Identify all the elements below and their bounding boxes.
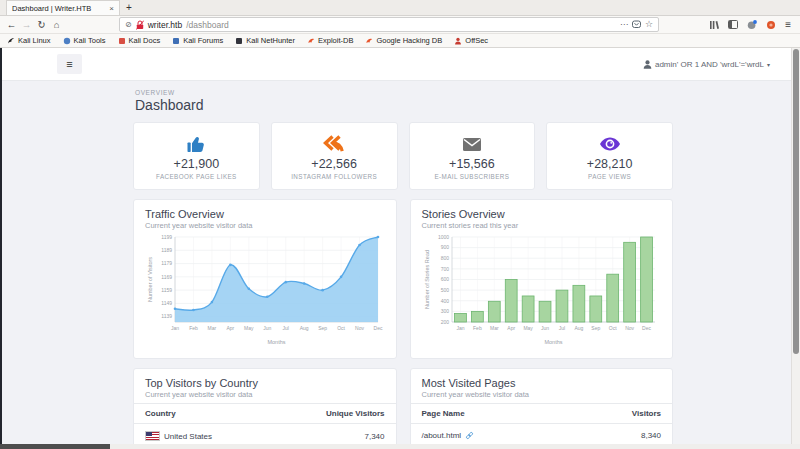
panel-subtitle: Current stories read this year <box>422 221 662 230</box>
extension-icon[interactable] <box>747 20 757 30</box>
link-icon[interactable] <box>465 431 474 440</box>
svg-text:400: 400 <box>440 298 449 304</box>
extension-icon-2[interactable] <box>766 20 776 30</box>
svg-text:Jan: Jan <box>171 325 179 331</box>
stat-value: +22,566 <box>311 157 357 171</box>
svg-text:Jan: Jan <box>456 325 464 331</box>
panel-subtitle: Current year website visitor data <box>422 390 662 399</box>
sidebars-icon[interactable] <box>728 20 738 29</box>
svg-text:Jul: Jul <box>558 325 564 331</box>
tab-bar: Dashboard | Writer.HTB × + <box>0 0 800 16</box>
svg-text:May: May <box>523 325 533 331</box>
svg-text:Jun: Jun <box>541 325 549 331</box>
svg-text:1139: 1139 <box>161 313 172 319</box>
vertical-scrollbar[interactable] <box>791 48 800 449</box>
panel-subtitle: Current year website visitor data <box>145 390 385 399</box>
stat-card-page-views: +28,210PAGE VIEWS <box>546 122 673 190</box>
svg-text:Mar: Mar <box>208 325 217 331</box>
svg-text:1189: 1189 <box>161 247 172 253</box>
collapsed-sidebar-edge <box>0 48 2 449</box>
svg-text:May: May <box>244 325 254 331</box>
url-path: /dashboard <box>186 20 229 30</box>
charts-row: Traffic Overview Current year website vi… <box>133 199 673 359</box>
user-icon <box>643 60 652 69</box>
top-visitors-table: CountryUnique VisitorsUnited States7,340 <box>134 403 396 448</box>
tracking-protection-icon[interactable]: ⊘ <box>125 18 132 31</box>
home-button[interactable]: ⌂ <box>50 16 63 33</box>
svg-text:Feb: Feb <box>189 325 198 331</box>
stat-value: +15,566 <box>449 157 495 171</box>
stats-row: +21,900FACEBOOK PAGE LIKES+22,566INSTAGR… <box>133 122 673 190</box>
kali-nethunter-icon <box>235 37 243 45</box>
most-visited-table: Page NameVisitors/about.html8,340 <box>411 403 673 447</box>
bookmark-exploit-db[interactable]: Exploit-DB <box>307 36 353 45</box>
horizontal-scrollbar[interactable] <box>0 444 800 449</box>
svg-text:1000: 1000 <box>437 234 448 240</box>
back-button[interactable]: ← <box>5 16 18 33</box>
stat-value: +21,900 <box>174 157 220 171</box>
page-actions-icon[interactable]: ⋯ <box>620 18 628 31</box>
url-bar[interactable]: ⊘ writer.htb/dashboard ⋯ ☆ <box>119 17 659 32</box>
horizontal-scrollbar-thumb[interactable] <box>0 444 110 449</box>
user-menu[interactable]: admin' OR 1 AND 'wrdL'='wrdL ▾ <box>643 60 770 69</box>
svg-text:Oct: Oct <box>337 325 345 331</box>
sidebar-toggle-button[interactable]: ≡ <box>57 54 82 74</box>
exploit-db-icon <box>307 37 315 45</box>
column-header-page-name: Page Name <box>411 404 566 424</box>
tab-close-icon[interactable]: × <box>109 4 114 13</box>
svg-text:1199: 1199 <box>161 234 172 240</box>
table-header-row: Page NameVisitors <box>411 404 673 424</box>
bookmark-kali-docs[interactable]: Kali Docs <box>118 36 161 45</box>
panel-title: Traffic Overview <box>145 208 385 220</box>
bookmark-kali-forums[interactable]: Kali Forums <box>172 36 223 45</box>
svg-text:Months: Months <box>544 339 562 345</box>
reload-button[interactable]: ↻ <box>35 16 48 33</box>
stat-card-e-mail-subscribers: +15,566E-MAIL SUBSCRIBERS <box>409 122 536 190</box>
svg-text:1169: 1169 <box>161 274 172 280</box>
bookmark-kali-nethunter[interactable]: Kali NetHunter <box>235 36 295 45</box>
pocket-icon[interactable] <box>632 20 641 29</box>
svg-text:Jun: Jun <box>263 325 271 331</box>
library-icon[interactable] <box>709 20 719 30</box>
user-menu-label: admin' OR 1 AND 'wrdL'='wrdL <box>655 60 764 69</box>
forward-button: → <box>20 16 33 33</box>
svg-text:Aug: Aug <box>574 325 583 331</box>
bookmark-kali-linux[interactable]: Kali Linux <box>7 36 51 45</box>
column-header-unique-visitors: Unique Visitors <box>271 404 395 424</box>
svg-text:Jul: Jul <box>283 325 289 331</box>
svg-text:1149: 1149 <box>161 300 172 306</box>
svg-text:Dec: Dec <box>642 325 651 331</box>
vertical-scrollbar-thumb[interactable] <box>793 49 799 354</box>
new-tab-button[interactable]: + <box>120 0 138 15</box>
column-header-country: Country <box>134 404 271 424</box>
offsec-icon <box>454 37 462 45</box>
column-header-visitors: Visitors <box>566 404 672 424</box>
traffic-overview-panel: Traffic Overview Current year website vi… <box>133 199 397 359</box>
overline-label: OVERVIEW <box>135 89 673 96</box>
firefox-menu-icon[interactable]: ≡ <box>785 19 791 30</box>
svg-text:200: 200 <box>440 319 449 325</box>
svg-text:Oct: Oct <box>608 325 616 331</box>
svg-text:Number of Stories Read: Number of Stories Read <box>423 250 429 309</box>
bookmark-star-icon[interactable]: ☆ <box>645 18 653 31</box>
row-label: United States <box>164 432 212 441</box>
svg-text:Aug: Aug <box>300 325 309 331</box>
bookmark-label: Kali Docs <box>129 36 161 45</box>
google-hacking-db-icon <box>365 37 373 45</box>
svg-text:700: 700 <box>440 266 449 272</box>
svg-text:Feb: Feb <box>473 325 482 331</box>
svg-text:800: 800 <box>440 255 449 261</box>
navigation-toolbar: ← → ↻ ⌂ ⊘ writer.htb/dashboard ⋯ ☆ <box>0 16 800 34</box>
chevron-down-icon: ▾ <box>767 61 770 68</box>
bookmark-kali-tools[interactable]: Kali Tools <box>63 36 106 45</box>
panel-subtitle: Current year website visitor data <box>145 221 385 230</box>
svg-text:Sep: Sep <box>591 325 600 331</box>
bookmark-offsec[interactable]: OffSec <box>454 36 488 45</box>
kali-forums-icon <box>172 37 180 45</box>
bookmark-label: Google Hacking DB <box>376 36 442 45</box>
bookmark-google-hacking-db[interactable]: Google Hacking DB <box>365 36 442 45</box>
stat-card-instagram-followers: +22,566INSTAGRAM FOLLOWERS <box>271 122 398 190</box>
browser-tab[interactable]: Dashboard | Writer.HTB × <box>6 0 120 15</box>
svg-text:Mar: Mar <box>489 325 498 331</box>
svg-text:500: 500 <box>440 287 449 293</box>
